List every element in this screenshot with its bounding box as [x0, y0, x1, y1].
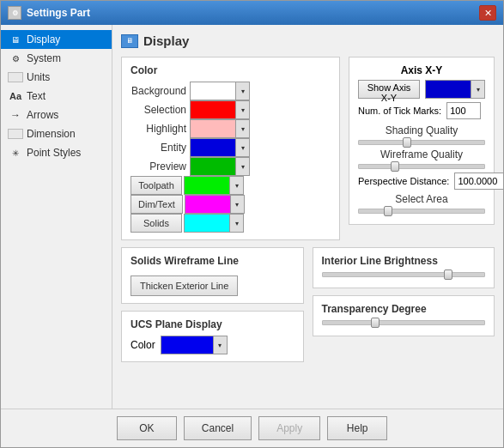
sidebar-item-point-styles[interactable]: ✳ Point Styles — [1, 143, 112, 162]
sidebar-item-system[interactable]: ⚙ System — [1, 49, 112, 68]
axis-section: Axis X-Y Show Axis X-Y ▾ Num. of Tick Ma… — [349, 57, 495, 247]
select-area-section: Select Area — [358, 193, 485, 214]
sidebar-label-text: Text — [27, 90, 46, 102]
text-icon: Aa — [8, 90, 23, 102]
units-icon — [8, 72, 23, 82]
arrows-icon: → — [8, 109, 23, 121]
title-bar: ⚙ Settings Part ✕ — [1, 1, 503, 25]
sidebar-label-dimension: Dimension — [27, 128, 76, 140]
bottom-left: Solids Wireframe Line Thicken Exterior L… — [121, 247, 304, 369]
color-label-entity: Entity — [131, 142, 186, 154]
ucs-color-dropdown-arrow[interactable]: ▾ — [213, 336, 227, 354]
dropdown-arrow-highlight[interactable]: ▾ — [235, 120, 249, 137]
interior-thumb[interactable] — [444, 269, 452, 280]
swatch-highlight — [191, 120, 235, 137]
color-row-entity: Entity ▾ — [131, 138, 331, 157]
sidebar-item-display[interactable]: 🖥 Display — [1, 30, 112, 49]
sidebar-item-arrows[interactable]: → Arrows — [1, 106, 112, 124]
bottom-right: Interior Line Brightness Transparency De… — [313, 247, 495, 369]
color-swatch-highlight[interactable]: ▾ — [190, 119, 250, 138]
perspective-label: Perspective Distance: — [358, 176, 449, 186]
swatch-preview — [191, 158, 235, 175]
sidebar: 🖥 Display ⚙ System Units Aa Text → Arrow… — [1, 25, 112, 409]
ucs-color-label: Color — [131, 339, 155, 351]
shading-quality-label: Shading Quality — [358, 124, 485, 136]
color-swatch-background[interactable]: ▾ — [190, 82, 250, 100]
axis-color-swatch-btn[interactable]: ▾ — [425, 80, 485, 99]
color-swatch-preview[interactable]: ▾ — [190, 157, 250, 176]
dimtext-button[interactable]: Dim/Text — [131, 195, 183, 214]
dropdown-arrow-preview[interactable]: ▾ — [235, 158, 249, 175]
toolpath-button[interactable]: Toolpath — [131, 176, 182, 195]
point-styles-icon: ✳ — [8, 147, 23, 159]
color-swatch-toolpath[interactable]: ▾ — [184, 176, 244, 195]
axis-color-swatch — [426, 81, 471, 98]
solids-wireframe-section: Solids Wireframe Line Thicken Exterior L… — [121, 247, 304, 304]
sidebar-item-units[interactable]: Units — [1, 68, 112, 87]
content-area: 🖥 Display ⚙ System Units Aa Text → Arrow… — [1, 25, 503, 409]
dropdown-arrow-toolpath[interactable]: ▾ — [229, 177, 243, 194]
color-row-highlight: Highlight ▾ — [131, 119, 331, 138]
axis-section-title: Axis X-Y — [358, 64, 485, 76]
color-label-highlight: Highlight — [131, 123, 186, 135]
dropdown-arrow-solids[interactable]: ▾ — [229, 215, 243, 232]
color-swatch-selection[interactable]: ▾ — [190, 100, 250, 119]
thicken-exterior-button[interactable]: Thicken Exterior Line — [131, 275, 238, 296]
perspective-input[interactable] — [454, 173, 503, 190]
perspective-row: Perspective Distance: — [358, 173, 485, 190]
interior-section: Interior Line Brightness — [313, 247, 495, 288]
dropdown-arrow-background[interactable]: ▾ — [235, 82, 249, 100]
shading-quality-track[interactable] — [358, 140, 485, 145]
panel-header: 🖥 Display — [121, 33, 495, 48]
sidebar-item-text[interactable]: Aa Text — [1, 87, 112, 106]
sidebar-label-display: Display — [27, 33, 60, 45]
color-label-background: Background — [131, 85, 186, 97]
select-area-track[interactable] — [358, 209, 485, 214]
swatch-background — [191, 82, 235, 100]
shading-quality-section: Shading Quality — [358, 124, 485, 145]
select-area-thumb[interactable] — [384, 206, 392, 216]
tick-row: Num. of Tick Marks: — [358, 102, 485, 119]
dropdown-arrow-selection[interactable]: ▾ — [235, 101, 249, 118]
sidebar-label-units: Units — [27, 71, 50, 83]
swatch-solids — [185, 215, 229, 232]
main-panel: 🖥 Display Color Background ▾ — [112, 25, 503, 409]
color-label-selection: Selection — [131, 104, 186, 116]
axis-color-dropdown-arrow[interactable]: ▾ — [471, 81, 484, 98]
sidebar-item-dimension[interactable]: Dimension — [1, 124, 112, 143]
ok-button[interactable]: OK — [117, 416, 177, 440]
wireframe-quality-thumb[interactable] — [391, 161, 399, 172]
panel-header-icon: 🖥 — [121, 34, 138, 48]
swatch-entity — [191, 139, 235, 156]
help-button[interactable]: Help — [327, 416, 387, 440]
ucs-color-swatch-btn[interactable]: ▾ — [161, 336, 228, 354]
wireframe-quality-label: Wireframe Quality — [358, 148, 485, 160]
ucs-section-title: UCS Plane Display — [131, 318, 295, 330]
color-row-dimtext: Dim/Text ▾ — [131, 195, 331, 214]
show-axis-button[interactable]: Show Axis X-Y — [358, 80, 420, 99]
sidebar-label-point-styles: Point Styles — [27, 147, 81, 159]
color-label-preview: Preview — [131, 160, 186, 173]
interior-track[interactable] — [322, 272, 486, 277]
close-button[interactable]: ✕ — [479, 5, 496, 21]
swatch-dimtext — [185, 196, 230, 213]
solids-button[interactable]: Solids — [131, 214, 182, 233]
apply-button[interactable]: Apply — [258, 416, 320, 440]
color-row-solids: Solids ▾ — [131, 214, 331, 233]
color-swatch-entity[interactable]: ▾ — [190, 138, 250, 157]
bottom-bar: OK Cancel Apply Help — [1, 409, 503, 447]
dimension-icon — [8, 129, 23, 139]
transparency-track[interactable] — [322, 320, 486, 325]
ucs-section: UCS Plane Display Color ▾ — [121, 311, 304, 362]
color-swatch-solids[interactable]: ▾ — [184, 214, 244, 233]
display-icon: 🖥 — [8, 33, 23, 45]
tick-input[interactable] — [446, 102, 481, 119]
wireframe-quality-track[interactable] — [358, 164, 485, 169]
dropdown-arrow-dimtext[interactable]: ▾ — [230, 196, 244, 213]
ucs-color-swatch — [161, 336, 213, 354]
dropdown-arrow-entity[interactable]: ▾ — [235, 139, 249, 156]
color-swatch-dimtext[interactable]: ▾ — [185, 195, 245, 214]
cancel-button[interactable]: Cancel — [184, 416, 252, 440]
transparency-thumb[interactable] — [371, 318, 380, 328]
shading-quality-thumb[interactable] — [403, 137, 411, 148]
